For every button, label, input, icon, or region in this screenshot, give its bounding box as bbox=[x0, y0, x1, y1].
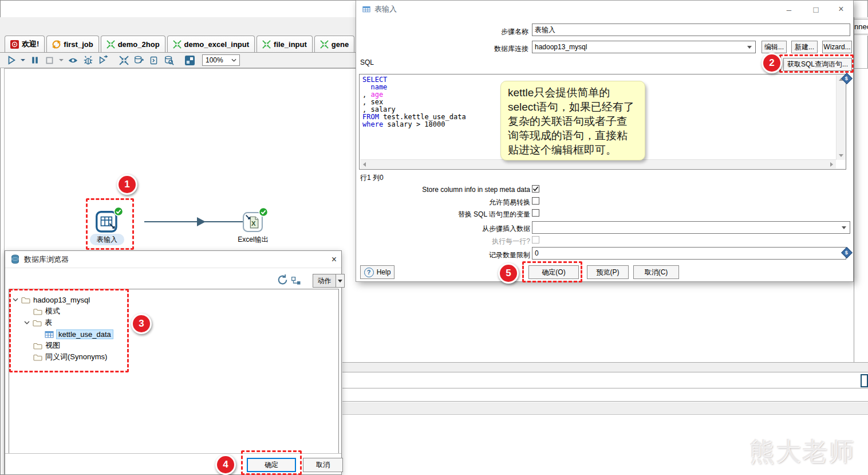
refresh-button[interactable] bbox=[277, 274, 289, 288]
help-label: Help bbox=[377, 268, 391, 276]
sql-condition: salary > 18000 bbox=[383, 120, 445, 128]
transformation-icon bbox=[320, 40, 329, 49]
highlight-box-dialog-ok bbox=[522, 261, 582, 282]
table-input-dialog-icon bbox=[362, 6, 370, 13]
easy-conversion-checkbox[interactable] bbox=[532, 197, 539, 205]
step-excel-output-label: Excel输出 bbox=[232, 235, 274, 245]
note-line: kettle只会提供简单的 bbox=[508, 85, 638, 100]
replace-variables-checkbox[interactable] bbox=[532, 209, 539, 217]
close-button[interactable]: × bbox=[326, 251, 342, 268]
step-name-label: 步骤名称 bbox=[442, 27, 528, 37]
hop-line bbox=[144, 221, 243, 222]
note-line: 贴进这个编辑框即可。 bbox=[508, 143, 638, 157]
stop-button[interactable] bbox=[44, 54, 56, 66]
run-options-caret[interactable] bbox=[20, 54, 26, 66]
run-button[interactable] bbox=[5, 54, 17, 66]
background-panel-line bbox=[342, 401, 868, 402]
connections-tree-icon-button[interactable] bbox=[291, 277, 301, 286]
insert-data-from-step-combo[interactable] bbox=[532, 221, 850, 234]
generate-sql-button[interactable] bbox=[148, 54, 160, 66]
background-panel-band bbox=[342, 362, 868, 372]
connection-combo[interactable]: hadoop13_mysql bbox=[532, 41, 756, 53]
connection-label: 数据库连接 bbox=[442, 44, 528, 54]
step-ok-check-icon bbox=[258, 207, 269, 217]
annotation-note: kettle只会提供简单的 select语句，如果已经有了 复杂的关联语句或者子… bbox=[500, 81, 645, 160]
vertical-scrollbar[interactable] bbox=[836, 75, 845, 160]
watermark: 熊大老师 bbox=[749, 434, 866, 468]
cancel-button[interactable]: 取消 bbox=[303, 458, 343, 472]
dialog-titlebar[interactable]: 数据库浏览器 bbox=[5, 251, 341, 268]
connection-value: hadoop13_mysql bbox=[535, 43, 587, 51]
action-dropdown-button[interactable] bbox=[336, 274, 345, 288]
background-clipped-text: nnec bbox=[854, 19, 868, 34]
job-icon bbox=[52, 40, 61, 49]
kettle-welcome-icon bbox=[10, 40, 19, 49]
step-badge-4: 4 bbox=[215, 454, 236, 475]
zoom-select[interactable]: 100% bbox=[202, 54, 240, 66]
screenshot-root: 欢迎! first_job demo_2hop demo_excel_input… bbox=[0, 0, 868, 475]
verify-transformation-button[interactable] bbox=[118, 54, 130, 66]
tab-gene-clipped[interactable]: gene bbox=[314, 36, 354, 52]
database-explore-button[interactable] bbox=[163, 54, 175, 66]
tab-label: demo_excel_input bbox=[184, 40, 249, 49]
new-connection-button[interactable]: 新建... bbox=[791, 41, 818, 53]
sql-field: age bbox=[370, 91, 383, 99]
tab-label: 欢迎! bbox=[22, 39, 39, 49]
minimize-button[interactable]: – bbox=[778, 1, 800, 18]
hop-arrowhead-icon bbox=[197, 217, 206, 226]
stop-options-caret[interactable] bbox=[58, 54, 64, 66]
wizard-connection-button[interactable]: Wizard... bbox=[822, 41, 852, 53]
sql-text: SELECT name , age , sex , salary FROM te… bbox=[362, 76, 466, 128]
debug-button[interactable] bbox=[82, 54, 94, 66]
tab-demo-2hop[interactable]: demo_2hop bbox=[101, 36, 165, 52]
execute-each-row-checkbox bbox=[532, 236, 539, 244]
tab-label: file_input bbox=[274, 40, 307, 49]
step-name-input[interactable] bbox=[532, 23, 850, 36]
chevron-down-icon bbox=[842, 226, 846, 229]
scroll-left-icon[interactable] bbox=[363, 162, 366, 167]
tab-file-input[interactable]: file_input bbox=[257, 36, 313, 52]
sql-table-ref: test.kettle_use_data bbox=[379, 113, 466, 121]
horizontal-scrollbar[interactable] bbox=[360, 159, 836, 168]
scroll-right-icon[interactable] bbox=[830, 162, 833, 167]
checkmark-icon bbox=[532, 186, 539, 192]
close-icon: × bbox=[332, 254, 337, 265]
chevron-down-icon bbox=[338, 280, 342, 282]
show-results-toggle[interactable] bbox=[184, 54, 196, 66]
store-meta-checkbox[interactable] bbox=[532, 185, 539, 193]
maximize-button[interactable]: □ bbox=[804, 1, 827, 18]
limit-label: 记录数量限制 bbox=[370, 250, 530, 260]
background-window-edge bbox=[854, 17, 854, 362]
tab-first-job[interactable]: first_job bbox=[46, 36, 98, 52]
sql-field: name bbox=[362, 83, 387, 91]
step-badge-2: 2 bbox=[762, 53, 782, 73]
highlight-box-step bbox=[86, 198, 134, 250]
scroll-down-icon[interactable] bbox=[839, 154, 843, 157]
tab-demo-excel-input[interactable]: demo_excel_input bbox=[167, 36, 255, 52]
replay-button[interactable] bbox=[97, 54, 109, 66]
note-line: 询等现成的语句，直接粘 bbox=[508, 128, 638, 143]
action-button[interactable]: 动作 bbox=[313, 274, 336, 288]
dialog-title: 表输入 bbox=[374, 4, 397, 14]
pause-button[interactable] bbox=[29, 54, 41, 66]
cancel-button[interactable]: 取消(C) bbox=[633, 265, 679, 279]
sql-field: , sex bbox=[362, 98, 383, 106]
limit-input[interactable] bbox=[532, 247, 846, 260]
tab-welcome[interactable]: 欢迎! bbox=[5, 36, 45, 52]
insert-data-from-step-label: 从步骤插入数据 bbox=[370, 224, 530, 234]
note-line: select语句，如果已经有了 bbox=[508, 100, 638, 114]
maximize-icon: □ bbox=[813, 5, 818, 14]
note-line: 复杂的关联语句或者子查 bbox=[508, 114, 638, 128]
chevron-down-icon bbox=[747, 46, 752, 49]
highlight-box-db-ok bbox=[241, 450, 302, 475]
step-badge-3: 3 bbox=[131, 313, 152, 334]
preview-button[interactable]: 预览(P) bbox=[587, 265, 629, 279]
tab-bar: 欢迎! first_job demo_2hop demo_excel_input… bbox=[0, 36, 362, 53]
help-button[interactable]: ? Help bbox=[360, 265, 394, 279]
edit-connection-button[interactable]: 编辑... bbox=[762, 41, 787, 53]
table-input-dialog: 表输入 – □ × 步骤名称 数据库连接 hadoop13_mysql 编辑..… bbox=[356, 0, 854, 282]
help-icon: ? bbox=[364, 268, 374, 277]
close-button[interactable]: × bbox=[830, 1, 853, 18]
impact-analysis-button[interactable] bbox=[133, 54, 145, 66]
preview-button[interactable] bbox=[67, 54, 79, 66]
